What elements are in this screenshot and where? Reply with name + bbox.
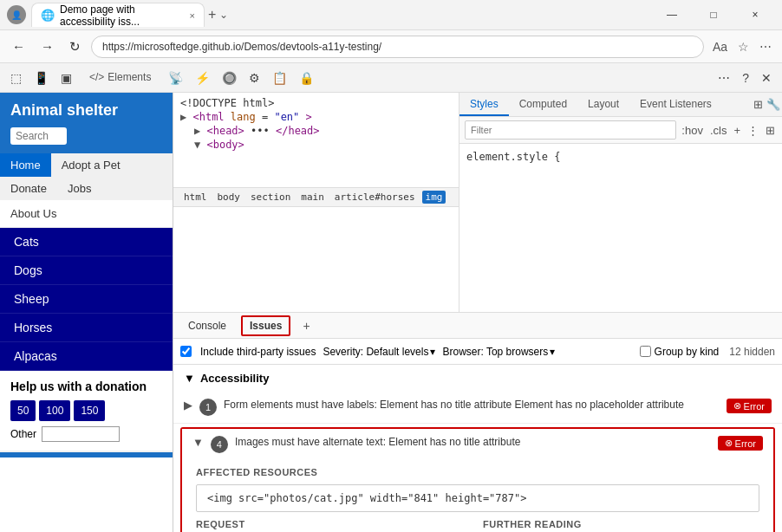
error-icon-2: ⊗ bbox=[725, 438, 733, 449]
animal-item-sheep[interactable]: Sheep bbox=[0, 285, 173, 314]
tab-chevron-button[interactable]: ⌄ bbox=[219, 9, 228, 21]
accessibility-collapse-icon: ▼ bbox=[184, 372, 195, 385]
animal-item-dogs[interactable]: Dogs bbox=[0, 256, 173, 285]
issue-1-count: 1 bbox=[199, 399, 217, 416]
donate-50-button[interactable]: 50 bbox=[10, 400, 36, 421]
refresh-button[interactable]: ↻ bbox=[64, 36, 86, 58]
tab-title: Demo page with accessibility iss... bbox=[60, 3, 181, 28]
breadcrumb-body[interactable]: body bbox=[214, 191, 244, 204]
demo-page-header: Animal shelter bbox=[0, 93, 173, 153]
donate-section-title: Help us with a donation bbox=[10, 380, 162, 393]
close-button[interactable]: × bbox=[735, 2, 775, 28]
address-input[interactable] bbox=[91, 36, 704, 58]
third-party-label: Include third-party issues bbox=[200, 346, 316, 358]
hov-button[interactable]: :hov bbox=[680, 122, 705, 139]
styles-panel-header: Styles Computed Layout Event Listeners ⊞… bbox=[459, 93, 782, 117]
group-by-section: Group by kind 12 hidden bbox=[640, 346, 775, 358]
issues-sub-tab[interactable]: Issues bbox=[241, 315, 290, 336]
donate-section: Help us with a donation 50 100 150 Other bbox=[0, 371, 173, 451]
jobs-nav-button[interactable]: Jobs bbox=[57, 177, 101, 200]
styles-filter-row: :hov .cls + ⋮ ⊞ bbox=[459, 117, 782, 144]
read-aloud-icon[interactable]: Aa bbox=[709, 38, 731, 55]
error-icon-1: ⊗ bbox=[733, 400, 741, 412]
request-column: REQUEST https://microsoftedge.github.io/… bbox=[196, 519, 472, 532]
collapse-issue-2-icon: ▼ bbox=[192, 436, 204, 449]
panel-icon[interactable]: ▣ bbox=[55, 68, 77, 88]
forward-button[interactable]: → bbox=[36, 36, 59, 57]
maximize-button[interactable]: □ bbox=[694, 2, 733, 28]
more-options-button[interactable]: ⋮ bbox=[746, 122, 760, 139]
favorites-icon[interactable]: ☆ bbox=[734, 38, 753, 55]
donate-100-button[interactable]: 100 bbox=[39, 400, 70, 421]
about-us-nav[interactable]: About Us bbox=[0, 200, 173, 228]
resources-grid: REQUEST https://microsoftedge.github.io/… bbox=[196, 519, 759, 532]
breadcrumb-html[interactable]: html bbox=[180, 191, 211, 204]
elements-tab[interactable]: </> Elements bbox=[79, 66, 161, 90]
more-tabs-button[interactable]: ⋯ bbox=[713, 68, 735, 88]
event-listeners-tab[interactable]: Event Listeners bbox=[629, 93, 722, 116]
styles-filter-input[interactable] bbox=[465, 120, 676, 139]
third-party-checkbox[interactable] bbox=[180, 346, 192, 357]
styles-settings-button[interactable]: 🔧 bbox=[765, 93, 782, 116]
help-button[interactable]: ? bbox=[737, 68, 754, 88]
tab-bar: 🌐 Demo page with accessibility iss... × … bbox=[31, 3, 647, 27]
dt-close-button[interactable]: ✕ bbox=[756, 68, 777, 88]
breadcrumb-img[interactable]: img bbox=[422, 191, 446, 204]
back-button[interactable]: ← bbox=[7, 36, 30, 57]
device-toolbar-button[interactable]: 📱 bbox=[29, 68, 54, 88]
adopt-nav-button[interactable]: Adopt a Pet bbox=[51, 153, 131, 177]
browser-dropdown[interactable]: Browser: Top browsers ▾ bbox=[442, 346, 555, 358]
accessibility-header[interactable]: ▼ Accessibility bbox=[173, 365, 782, 392]
devtools-split-view: <!DOCTYPE html> ▶ <html lang = "en" > ▶ … bbox=[173, 93, 782, 312]
network-icon[interactable]: 📡 bbox=[163, 68, 188, 88]
affected-code-block: <img src="photos/cat.jpg" width="841" he… bbox=[196, 484, 759, 512]
demo-page-scrollbar[interactable] bbox=[0, 452, 173, 457]
performance-icon[interactable]: 🔘 bbox=[217, 68, 242, 88]
issue-row-1[interactable]: ▶ 1 Form elements must have labels: Elem… bbox=[173, 392, 782, 424]
application-icon[interactable]: 📋 bbox=[267, 68, 292, 88]
selected-issue-header[interactable]: ▼ 4 Images must have alternate text: Ele… bbox=[182, 429, 773, 460]
styles-tab[interactable]: Styles bbox=[459, 93, 509, 116]
styles-extra-button[interactable]: ⊞ bbox=[752, 93, 765, 116]
dt-more-buttons: ⋯ ? ✕ bbox=[713, 68, 777, 88]
breadcrumb-section[interactable]: section bbox=[247, 191, 294, 204]
group-by-label: Group by kind bbox=[655, 346, 720, 358]
search-input[interactable] bbox=[10, 127, 67, 145]
animal-item-cats[interactable]: Cats bbox=[0, 228, 173, 256]
expand-html-icon[interactable]: ▶ bbox=[180, 111, 192, 123]
donate-nav-button[interactable]: Donate bbox=[0, 177, 57, 200]
breadcrumb-article[interactable]: article#horses bbox=[331, 191, 419, 204]
group-by-checkbox[interactable] bbox=[640, 346, 651, 357]
elements-line-3: ▶ <head> ••• </head> bbox=[180, 124, 452, 138]
animal-item-horses[interactable]: Horses bbox=[0, 314, 173, 342]
issue-2-text: Images must have alternate text: Element… bbox=[235, 436, 711, 448]
home-nav-button[interactable]: Home bbox=[0, 153, 51, 177]
memory-icon[interactable]: ⚙ bbox=[244, 68, 265, 88]
expand-body-icon[interactable]: ▼ bbox=[194, 139, 206, 151]
donate-other-input[interactable] bbox=[42, 426, 120, 442]
inspect-element-button[interactable]: ⬚ bbox=[5, 68, 27, 88]
layout-tab[interactable]: Layout bbox=[577, 93, 629, 116]
demo-nav-row-2: Donate Jobs bbox=[0, 177, 173, 200]
breadcrumb-main[interactable]: main bbox=[297, 191, 328, 204]
settings-button[interactable]: ⊞ bbox=[764, 122, 777, 139]
add-style-button[interactable]: + bbox=[732, 122, 742, 139]
security-icon[interactable]: 🔒 bbox=[294, 68, 319, 88]
animal-list: Cats Dogs Sheep Horses Alpacas bbox=[0, 228, 173, 371]
animal-item-alpacas[interactable]: Alpacas bbox=[0, 342, 173, 371]
console-sub-tab[interactable]: Console bbox=[180, 316, 234, 335]
tab-close-btn[interactable]: × bbox=[190, 10, 195, 21]
collections-icon[interactable]: ⋯ bbox=[756, 38, 775, 55]
computed-tab[interactable]: Computed bbox=[509, 93, 577, 116]
sources-icon[interactable]: ⚡ bbox=[190, 68, 215, 88]
address-bar: ← → ↻ Aa ☆ ⋯ bbox=[0, 30, 782, 63]
elements-tab-icon: </> bbox=[89, 71, 104, 83]
add-tab-button[interactable]: + bbox=[208, 7, 216, 23]
donate-150-button[interactable]: 150 bbox=[74, 400, 105, 421]
active-tab[interactable]: 🌐 Demo page with accessibility iss... × bbox=[31, 3, 205, 27]
add-sub-tab-button[interactable]: + bbox=[297, 317, 315, 334]
severity-dropdown[interactable]: Severity: Default levels ▾ bbox=[323, 346, 435, 358]
minimize-button[interactable]: — bbox=[652, 2, 692, 28]
cls-button[interactable]: .cls bbox=[708, 122, 729, 139]
expand-head-icon[interactable]: ▶ bbox=[194, 125, 206, 137]
